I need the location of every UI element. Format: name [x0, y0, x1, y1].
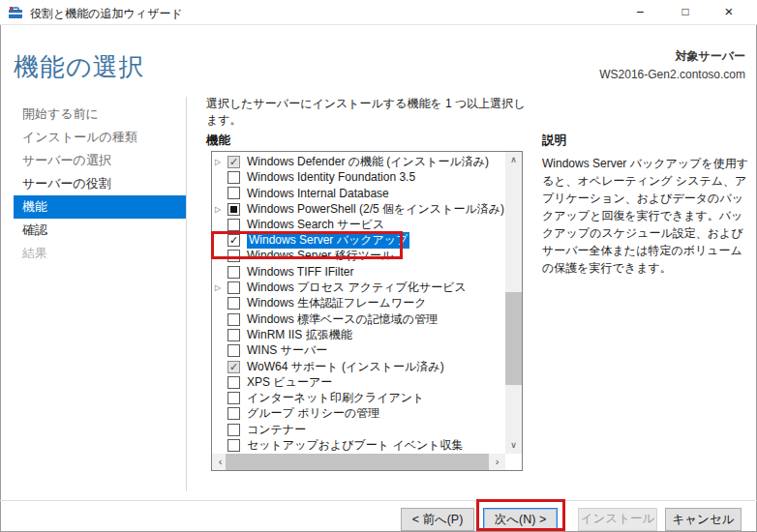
annotation-box-selected-feature [211, 231, 403, 259]
close-button[interactable]: × [712, 0, 745, 25]
feature-label: セットアップおよびブート イベント収集 [247, 437, 464, 454]
feature-checkbox[interactable] [227, 392, 240, 404]
feature-row-12[interactable]: WINS サーバー [212, 343, 504, 359]
vertical-scrollbar[interactable]: ∧ ∨ [505, 152, 522, 454]
annotation-box-next-button [476, 499, 565, 531]
install-button[interactable]: インストール(I) [578, 508, 657, 531]
sidebar-item-2[interactable]: サーバーの選択 [14, 149, 186, 172]
feature-row-8[interactable]: ▷Windows プロセス アクティブ化サービス [212, 280, 504, 295]
feature-row-1[interactable]: Windows Identity Foundation 3.5 [212, 169, 504, 185]
feature-label: Windows プロセス アクティブ化サービス [247, 280, 467, 296]
feature-checkbox[interactable] [227, 376, 240, 389]
feature-row-15[interactable]: インターネット印刷クライアント [212, 390, 504, 405]
feature-label: コンテナー [247, 422, 306, 438]
feature-checkbox[interactable] [227, 439, 240, 452]
title-bar: 役割と機能の追加ウィザード − □ × [0, 0, 757, 25]
feature-label: グループ ポリシーの管理 [247, 405, 379, 422]
feature-checkbox[interactable] [227, 281, 240, 294]
description-body: Windows Server バックアップを使用すると、オペレーティング システ… [542, 155, 748, 277]
scroll-right-icon[interactable]: › [489, 454, 505, 470]
feature-label: XPS ビューアー [247, 374, 332, 391]
feature-label: WINS サーバー [247, 342, 327, 359]
minimize-button[interactable]: − [623, 0, 656, 25]
scroll-down-icon[interactable]: ∨ [505, 437, 522, 454]
feature-label: Windows 標準ベースの記憶域の管理 [247, 311, 438, 328]
maximize-button[interactable]: □ [669, 0, 702, 25]
sidebar-item-5[interactable]: 確認 [14, 219, 186, 242]
feature-checkbox[interactable] [227, 344, 240, 357]
cancel-button[interactable]: キャンセル [665, 508, 742, 531]
feature-checkbox[interactable]: ✓ [227, 361, 240, 373]
feature-checkbox[interactable]: ✓ [227, 156, 240, 168]
feature-row-3[interactable]: ▷Windows PowerShell (2/5 個をインストール済み) [212, 201, 504, 217]
target-server-block: 対象サーバー WS2016-Gen2.contoso.com [599, 48, 745, 81]
feature-row-13[interactable]: ✓WoW64 サポート (インストール済み) [212, 359, 504, 374]
expand-arrow-icon[interactable]: ▷ [215, 283, 227, 292]
sidebar-item-3[interactable]: サーバーの役割 [14, 172, 186, 195]
feature-label: Windows Defender の機能 (インストール済み) [247, 154, 489, 170]
feature-checkbox[interactable] [227, 266, 240, 279]
feature-row-10[interactable]: Windows 標準ベースの記憶域の管理 [212, 311, 504, 327]
horizontal-scrollbar-thumb[interactable] [226, 454, 489, 470]
wizard-window: 役割と機能の追加ウィザード − □ × 機能の選択 対象サーバー WS2016-… [0, 0, 757, 532]
expand-arrow-icon[interactable]: ▷ [215, 158, 227, 166]
sidebar-item-1[interactable]: インストールの種類 [14, 126, 186, 149]
sidebar-item-0[interactable]: 開始する前に [14, 103, 186, 126]
server-manager-icon [8, 5, 23, 20]
feature-label: Windows Identity Foundation 3.5 [247, 170, 415, 184]
footer-divider [0, 500, 757, 501]
feature-row-14[interactable]: XPS ビューアー [212, 374, 504, 390]
feature-row-11[interactable]: WinRM IIS 拡張機能 [212, 327, 504, 342]
feature-checkbox[interactable] [227, 313, 240, 326]
features-list-label: 機能 [206, 133, 230, 149]
feature-label: インターネット印刷クライアント [247, 390, 424, 406]
feature-label: Windows Internal Database [247, 187, 389, 200]
scroll-up-icon[interactable]: ∧ [505, 152, 522, 168]
feature-checkbox[interactable] [227, 297, 240, 310]
page-title: 機能の選択 [14, 50, 145, 84]
instruction-text: 選択したサーバーにインストールする機能を 1 つ以上選択します。 [206, 96, 526, 129]
target-server-name: WS2016-Gen2.contoso.com [599, 68, 745, 81]
feature-checkbox[interactable] [227, 329, 240, 341]
vertical-scrollbar-thumb[interactable] [505, 292, 522, 385]
feature-checkbox[interactable] [227, 219, 240, 231]
sidebar-item-4[interactable]: 機能 [14, 195, 186, 219]
feature-row-7[interactable]: Windows TIFF IFilter [212, 264, 504, 280]
feature-row-0[interactable]: ▷✓Windows Defender の機能 (インストール済み) [212, 154, 504, 169]
feature-label: Windows PowerShell (2/5 個をインストール済み) [247, 201, 504, 218]
target-server-label: 対象サーバー [599, 48, 745, 65]
feature-checkbox[interactable] [227, 171, 240, 184]
feature-checkbox[interactable] [227, 187, 240, 199]
feature-label: WoW64 サポート (インストール済み) [247, 359, 444, 375]
sidebar-item-6: 結果 [14, 242, 186, 265]
feature-row-16[interactable]: グループ ポリシーの管理 [212, 406, 504, 422]
sidebar-divider [186, 97, 187, 491]
description-title: 説明 [542, 133, 566, 149]
features-list[interactable]: ▷✓Windows Defender の機能 (インストール済み)Windows… [211, 151, 523, 471]
expand-arrow-icon[interactable]: ▷ [215, 205, 227, 214]
feature-row-2[interactable]: Windows Internal Database [212, 186, 504, 201]
feature-row-18[interactable]: セットアップおよびブート イベント収集 [212, 437, 504, 453]
feature-row-9[interactable]: Windows 生体認証フレームワーク [212, 296, 504, 311]
feature-row-17[interactable]: コンテナー [212, 422, 504, 437]
features-rows: ▷✓Windows Defender の機能 (インストール済み)Windows… [212, 154, 504, 454]
feature-checkbox[interactable] [227, 203, 240, 216]
feature-checkbox[interactable] [227, 407, 240, 420]
feature-label: WinRM IIS 拡張機能 [247, 327, 352, 343]
feature-label: Windows 生体認証フレームワーク [247, 295, 426, 311]
feature-checkbox[interactable] [227, 424, 240, 436]
wizard-steps-sidebar: 開始する前にインストールの種類サーバーの選択サーバーの役割機能確認結果 [14, 103, 186, 265]
window-title: 役割と機能の追加ウィザード [30, 6, 183, 22]
feature-label: Windows TIFF IFilter [247, 265, 353, 279]
horizontal-scrollbar[interactable]: ‹ › [212, 454, 505, 470]
previous-button[interactable]: < 前へ(P) [401, 508, 474, 531]
